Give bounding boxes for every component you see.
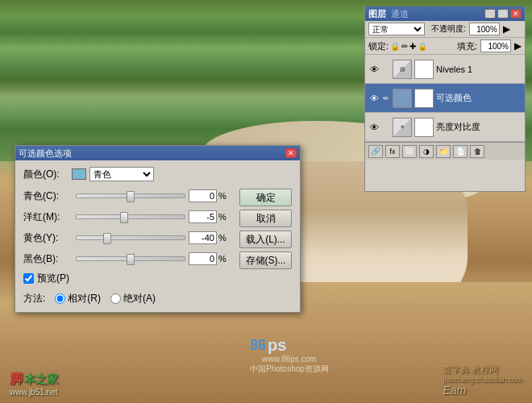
layers-list: 👁 ▤ Niveles 1 👁 ✏ 可选颜色 👁 [365, 55, 525, 142]
cyan-label: 青色(C): [23, 189, 76, 203]
black-slider-track[interactable] [76, 256, 185, 261]
opacity-label: 不透明度: [431, 23, 466, 35]
fill-input[interactable] [480, 39, 511, 52]
method-absolute[interactable]: 绝对(A) [110, 292, 156, 305]
layer-link-icon[interactable]: ✏ [382, 93, 390, 104]
maximize-button[interactable]: □ [497, 9, 509, 19]
opacity-arrow-icon[interactable]: ▶ [503, 23, 510, 35]
layers-panel-titlebar: 图层 通道 _ □ ✕ [365, 6, 525, 21]
lock-transparent-icon[interactable]: 🔒 [390, 42, 400, 51]
logo-88: 86 [250, 337, 266, 354]
layer-item-niveles[interactable]: 👁 ▤ Niveles 1 [365, 55, 525, 84]
method-absolute-radio[interactable] [110, 293, 121, 304]
preview-row: 预览(P) [23, 272, 231, 285]
cyan-slider-track[interactable] [76, 193, 185, 198]
layer-adjustment-btn[interactable]: ◑ [419, 145, 434, 158]
logo-ps: ps [268, 336, 286, 355]
layer-visibility-icon[interactable]: 👁 [368, 64, 380, 75]
load-button[interactable]: 载入(L)... [239, 231, 292, 248]
layer-visibility-icon[interactable]: 👁 [368, 122, 380, 133]
layer-new-btn[interactable]: 📄 [453, 145, 468, 158]
layer-item-brightness[interactable]: 👁 ☀ 亮度对比度 [365, 113, 525, 142]
method-relative[interactable]: 相对(R) [55, 292, 101, 305]
method-label: 方法: [23, 292, 45, 305]
yellow-slider-track-wrap[interactable] [76, 230, 185, 246]
magenta-slider-track[interactable] [76, 214, 185, 219]
dialog-title: 可选颜色选项 [19, 147, 72, 160]
opacity-input[interactable] [469, 23, 500, 35]
color-selection-row: 颜色(O): 青色 红色 黄色 绿色 青色 蓝色 白色 中性色 黑色 [23, 167, 231, 181]
layer-thumbnail [393, 89, 412, 108]
layer-name: 可选颜色 [436, 92, 522, 104]
cyan-value-input[interactable] [189, 189, 217, 202]
dialog-buttons: 确定 取消 载入(L)... 存储(S)... [239, 189, 292, 269]
magenta-slider-thumb[interactable] [120, 212, 128, 223]
layer-mask-thumbnail [414, 60, 434, 79]
layers-bottom-bar: 🔗 fx ⬜ ◑ 📁 📄 🗑 [365, 142, 525, 160]
fill-arrow-icon[interactable]: ▶ [514, 40, 522, 52]
layers-panel: 图层 通道 _ □ ✕ 正常 不透明度: ▶ 锁定: 🔒 ✏ ✚ [364, 6, 526, 192]
lock-move-icon[interactable]: ✚ [409, 42, 416, 51]
magenta-slider-track-wrap[interactable] [76, 209, 185, 225]
method-relative-label: 相对(R) [68, 292, 101, 305]
dialog-titlebar: 可选颜色选项 ✕ [15, 146, 300, 160]
blend-mode-select[interactable]: 正常 [368, 23, 425, 35]
layers-tab-layers[interactable]: 图层 [368, 8, 386, 20]
preview-checkbox[interactable] [23, 273, 34, 284]
preview-label: 预览(P) [37, 272, 69, 285]
layer-visibility-icon[interactable]: 👁 [368, 93, 380, 104]
dialog-close-button[interactable]: ✕ [285, 148, 297, 158]
lock-all-icon[interactable]: 🔒 [418, 42, 427, 51]
center-logo: 86 ps www.86ps.com 中国Photoshop资源网 [250, 336, 329, 375]
layers-tab-channels[interactable]: 通道 [391, 8, 409, 20]
eam-text: Eam [443, 384, 522, 397]
magenta-value-input[interactable] [189, 210, 217, 223]
layer-mask-thumbnail [414, 89, 434, 108]
fill-label: 填充: [457, 40, 477, 52]
color-dropdown[interactable]: 青色 红色 黄色 绿色 青色 蓝色 白色 中性色 黑色 [89, 167, 154, 181]
yellow-label: 黄色(Y): [23, 231, 76, 245]
black-percent: % [218, 254, 231, 264]
cyan-slider-row: 青色(C): % [23, 188, 231, 204]
layer-mask-btn[interactable]: ⬜ [402, 145, 417, 158]
close-button[interactable]: ✕ [510, 9, 522, 19]
layer-item-selective-color[interactable]: 👁 ✏ 可选颜色 [365, 84, 525, 113]
layer-link-icon[interactable] [382, 64, 390, 75]
logo-green: 本之家 [24, 372, 58, 387]
magenta-percent: % [218, 212, 231, 222]
yellow-slider-thumb[interactable] [103, 233, 111, 244]
yellow-percent: % [218, 233, 231, 243]
watermark-bottom-right: 查字典 教程网 jiaocheng.chazidian.com Eam [443, 364, 522, 397]
yellow-slider-row: 黄色(Y): % [23, 230, 231, 246]
layer-group-btn[interactable]: 📁 [436, 145, 451, 158]
cyan-slider-track-wrap[interactable] [76, 188, 185, 204]
layer-thumbnail: ☀ [393, 118, 412, 137]
black-value-input[interactable] [189, 252, 217, 265]
layers-fill-row: 锁定: 🔒 ✏ ✚ 🔒 填充: ▶ [365, 38, 525, 55]
lock-icons: 锁定: 🔒 ✏ ✚ 🔒 [368, 40, 427, 52]
magenta-label: 洋红(M): [23, 210, 76, 224]
method-absolute-label: 绝对(A) [123, 292, 156, 305]
selective-color-dialog: 可选颜色选项 ✕ 颜色(O): 青色 红色 黄色 绿色 青色 蓝色 白色 中性色… [15, 145, 301, 313]
layers-titlebar-buttons: _ □ ✕ [484, 9, 522, 19]
lock-image-icon[interactable]: ✏ [401, 42, 408, 51]
yellow-value-input[interactable] [189, 231, 217, 244]
layer-link-icon[interactable] [382, 122, 390, 133]
cancel-button[interactable]: 取消 [239, 210, 292, 227]
layer-fx-btn[interactable]: fx [385, 145, 400, 158]
bottom-left-url: www.jb51.net [10, 388, 58, 397]
method-relative-radio[interactable] [55, 293, 65, 304]
black-slider-track-wrap[interactable] [76, 251, 185, 267]
color-field-label: 颜色(O): [23, 168, 72, 181]
layer-delete-btn[interactable]: 🗑 [470, 145, 484, 158]
minimize-button[interactable]: _ [484, 9, 496, 19]
cyan-percent: % [218, 191, 231, 201]
cyan-slider-thumb[interactable] [127, 191, 135, 202]
ok-button[interactable]: 确定 [239, 189, 292, 206]
save-button[interactable]: 存储(S)... [239, 251, 292, 269]
layer-link-btn[interactable]: 🔗 [368, 145, 383, 158]
layer-thumbnail: ▤ [393, 60, 412, 79]
black-slider-thumb[interactable] [127, 254, 135, 265]
yellow-slider-track[interactable] [76, 235, 185, 240]
bottom-right-url: jiaocheng.chazidian.com [443, 376, 522, 384]
